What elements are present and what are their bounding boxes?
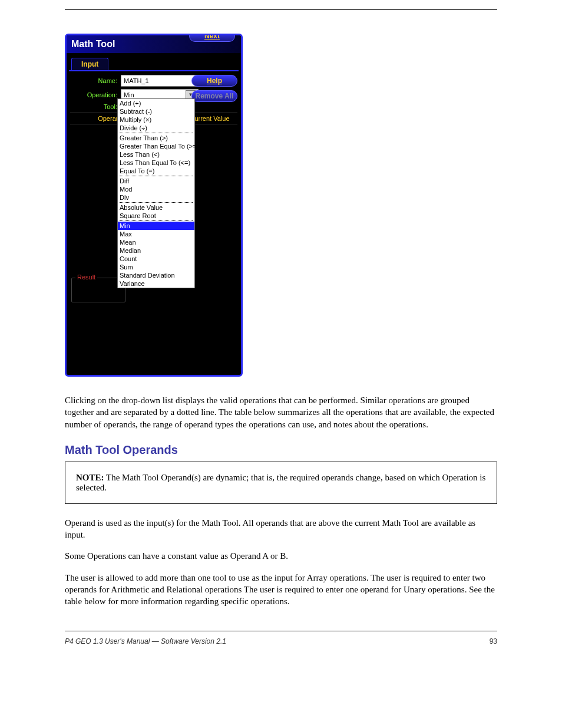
help-button[interactable]: Help: [191, 75, 237, 87]
result-legend: Result: [75, 274, 97, 281]
option-separator: [120, 220, 193, 221]
footer-page: 93: [490, 637, 497, 645]
label-operation: Operation:: [70, 91, 121, 98]
operation-option[interactable]: Less Than (<): [118, 150, 194, 159]
label-tool: Tool:: [70, 103, 121, 110]
operation-option[interactable]: Less Than Equal To (<=): [118, 159, 194, 167]
label-name: Name:: [70, 77, 121, 84]
tab-input[interactable]: Input: [71, 58, 108, 70]
paragraph-intro: Clicking on the drop-down list displays …: [65, 394, 497, 430]
option-separator: [120, 202, 193, 203]
operation-dropdown-list[interactable]: Add (+)Subtract (-)Multiply (×)Divide (÷…: [117, 98, 195, 288]
operation-option[interactable]: Count: [118, 255, 194, 263]
operation-option[interactable]: Equal To (=): [118, 167, 194, 175]
option-separator: [120, 176, 193, 176]
option-separator: [120, 133, 193, 133]
operation-option[interactable]: Median: [118, 246, 194, 255]
math-tool-window: Math Tool Input Help Remove All Name: MA…: [65, 34, 243, 377]
operation-option[interactable]: Subtract (-): [118, 107, 194, 116]
operation-option[interactable]: Max: [118, 230, 194, 238]
operation-option[interactable]: Greater Than Equal To (>=): [118, 142, 194, 150]
note-label: NOTE:: [76, 473, 104, 482]
body-text: Clicking on the drop-down list displays …: [65, 394, 497, 607]
operation-option[interactable]: Absolute Value: [118, 203, 194, 212]
operation-option[interactable]: Variance: [118, 279, 194, 288]
paragraph-constant: Some Operations can have a constant valu…: [65, 550, 497, 562]
operation-option[interactable]: Div: [118, 193, 194, 202]
top-rule: [65, 9, 497, 10]
tab-row: Input: [67, 53, 241, 70]
operation-option[interactable]: Divide (÷): [118, 124, 194, 132]
heading-operands: Math Tool Operands: [65, 443, 497, 457]
operation-option[interactable]: Diff: [118, 177, 194, 185]
paragraph-array: The user is allowed to add more than one…: [65, 572, 497, 608]
note-box: NOTE: The Math Tool Operand(s) are dynam…: [65, 462, 497, 504]
remove-all-button[interactable]: Remove All: [191, 90, 237, 102]
next-button[interactable]: Next: [189, 34, 235, 42]
operation-option[interactable]: Add (+): [118, 99, 194, 107]
note-body: The Math Tool Operand(s) are dynamic; th…: [76, 473, 485, 492]
operation-option[interactable]: Mean: [118, 238, 194, 246]
operation-option[interactable]: Min: [118, 222, 194, 230]
operation-option[interactable]: Standard Deviation: [118, 271, 194, 279]
operation-option[interactable]: Multiply (×): [118, 116, 194, 124]
bottom-rule: [65, 631, 497, 631]
operation-option[interactable]: Square Root: [118, 212, 194, 220]
paragraph-operand: Operand is used as the input(s) for the …: [65, 517, 497, 541]
operation-option[interactable]: Mod: [118, 185, 194, 193]
name-input[interactable]: MATH_1: [121, 75, 199, 87]
footer-manual: P4 GEO 1.3 User's Manual — Software Vers…: [65, 637, 226, 645]
operation-option[interactable]: Greater Than (>): [118, 134, 194, 142]
operation-option[interactable]: Sum: [118, 263, 194, 271]
name-input-value: MATH_1: [124, 75, 149, 86]
